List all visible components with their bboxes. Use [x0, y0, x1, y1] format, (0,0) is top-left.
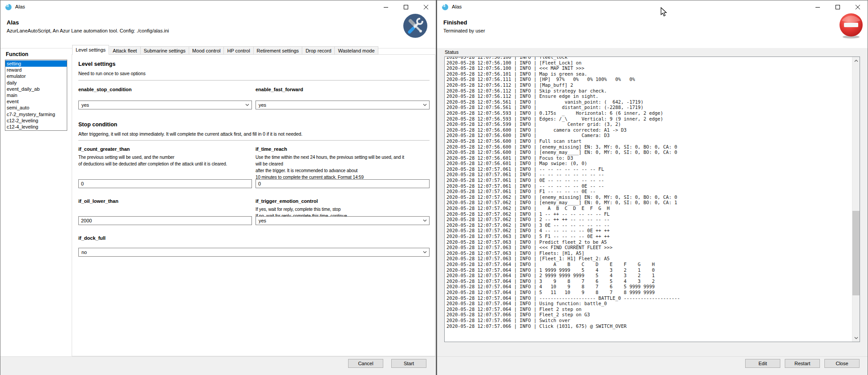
sidebar-item-c12-4_leveling[interactable]: c12-4_leveling [5, 124, 67, 130]
alas-logo-icon [442, 4, 449, 11]
status-log-box[interactable]: 2020-05-28 12:07:56.100 | INFO | fleet_l… [444, 56, 860, 342]
minimize-icon [815, 5, 820, 9]
tab-level-settings[interactable]: Level settings [72, 45, 109, 55]
tab-attack-fleet[interactable]: Attack fleet [110, 46, 140, 55]
tab-mood-control[interactable]: Mood control [189, 46, 224, 55]
label-enable-fast-forward: enable_fast_forward [256, 87, 303, 92]
tab-hp-control[interactable]: HP control [224, 46, 253, 55]
maximize-icon [836, 5, 840, 9]
chevron-down-icon [423, 251, 427, 254]
cancel-button[interactable]: Cancel [348, 359, 383, 368]
titlebar-right[interactable]: Alas [437, 0, 868, 14]
window-controls-left [376, 0, 436, 14]
minimize-button[interactable] [376, 0, 396, 13]
window-title: Alas [452, 4, 462, 9]
close-run-button[interactable]: Close [824, 359, 860, 368]
select-value: yes [81, 102, 89, 108]
tab-bar: Level settingsAttack fleetSubmarine sett… [72, 45, 378, 55]
sidebar-item-main[interactable]: main [5, 92, 67, 98]
sidebar-item-emulator[interactable]: emulator [5, 73, 67, 79]
restart-button[interactable]: Restart [785, 359, 820, 368]
scrollbar-thumb[interactable] [852, 211, 860, 295]
if-oil-lower-than-input[interactable] [78, 216, 252, 225]
tab-retirement-settings[interactable]: Retirement settings [254, 46, 303, 55]
enable-stop-condition-select[interactable]: yes [78, 101, 252, 109]
section-subtitle-stop-condition: After triggering, it will not stop immed… [78, 131, 426, 137]
label-enable-stop-condition: enable_stop_condition [78, 87, 132, 92]
section-title-level-settings: Level settings [78, 61, 115, 67]
sidebar-item-reward[interactable]: reward [5, 67, 67, 73]
maximize-icon [404, 5, 408, 9]
close-button[interactable] [848, 0, 868, 13]
maximize-button[interactable] [396, 0, 416, 13]
page-subtitle: AzurLaneAutoScript, An Azur Lane automat… [7, 28, 169, 33]
minimize-button[interactable] [807, 0, 827, 13]
chevron-down-icon [423, 219, 427, 222]
status-label: Status [445, 49, 458, 55]
scroll-up-button[interactable] [852, 57, 860, 65]
section-subtitle-level-settings: Need to run once to save options [78, 71, 146, 76]
if-trigger-emotion-control-select[interactable]: yes [256, 216, 430, 225]
window-controls-right [807, 0, 868, 14]
start-button[interactable]: Start [391, 359, 426, 368]
tab-wasteland-mode[interactable]: Wasteland mode [335, 46, 378, 55]
desc-if-time-reach: Use the time within the next 24 hours, t… [256, 154, 431, 181]
select-value: no [81, 250, 87, 255]
if-count-greater-than-input[interactable] [78, 179, 252, 188]
tab-submarine-settings[interactable]: Submarine settings [141, 46, 189, 55]
close-icon [856, 5, 860, 9]
log-scrollbar[interactable] [852, 57, 860, 342]
label-if-dock-full: if_dock_full [78, 235, 105, 241]
titlebar-left[interactable]: Alas [0, 0, 436, 14]
alas-run-window: Alas Finished Terminated by user Status … [437, 0, 868, 375]
chevron-up-icon [854, 60, 858, 62]
stop-sign-icon [838, 13, 864, 39]
divider [78, 80, 430, 81]
sidebar-item-semi_auto[interactable]: semi_auto [5, 105, 67, 111]
label-if-count-greater-than: if_count_greater_than [78, 146, 130, 152]
run-status-subtitle: Terminated by user [443, 28, 485, 33]
mouse-cursor [661, 7, 667, 19]
function-listbox[interactable]: settingrewardemulatordailyevent_daily_ab… [5, 60, 67, 131]
sidebar-item-event[interactable]: event [5, 98, 67, 105]
divider [78, 140, 430, 141]
label-if-oil-lower-than: if_oil_lower_than [78, 198, 118, 204]
label-if-time-reach: if_time_reach [256, 146, 287, 152]
sidebar-item-daily[interactable]: daily [5, 80, 67, 86]
sidebar-item-setting[interactable]: setting [5, 60, 67, 67]
status-log[interactable]: 2020-05-28 12:07:56.100 | INFO | fleet_l… [446, 56, 680, 329]
tab-drop-record[interactable]: Drop record [302, 46, 335, 55]
close-icon [424, 5, 428, 9]
alas-config-window: Alas Alas AzurLaneAutoScript, An Azur La… [0, 0, 436, 375]
window-title: Alas [15, 4, 25, 9]
section-title-stop-condition: Stop condition [78, 121, 117, 128]
minimize-icon [384, 5, 388, 9]
sidebar-item-event_daily_ab[interactable]: event_daily_ab [5, 86, 67, 92]
alas-logo-icon [5, 4, 12, 11]
level-settings-panel: Level settings Need to run once to save … [72, 54, 435, 356]
if-dock-full-select[interactable]: no [78, 248, 430, 257]
function-label: Function [6, 51, 28, 57]
select-value: yes [259, 102, 266, 108]
label-if-trigger-emotion-control: if_trigger_emotion_control [256, 198, 318, 204]
page-title: Alas [7, 19, 19, 26]
sidebar-item-c7-2_mystery_farming[interactable]: c7-2_mystery_farming [5, 111, 67, 117]
edit-button[interactable]: Edit [745, 359, 780, 368]
scroll-down-button[interactable] [852, 334, 860, 342]
if-time-reach-input[interactable] [256, 179, 430, 188]
enable-fast-forward-select[interactable]: yes [256, 101, 430, 109]
close-button[interactable] [416, 0, 436, 13]
maximize-button[interactable] [827, 0, 848, 13]
chevron-down-icon [245, 104, 249, 106]
status-panel: Status 2020-05-28 12:07:56.100 | INFO | … [437, 48, 868, 356]
run-status-title: Finished [443, 19, 467, 26]
desc-if-count-greater-than: The previous setting will be used, and t… [78, 154, 254, 167]
chevron-down-icon [423, 104, 427, 106]
select-value: yes [259, 218, 266, 223]
tools-icon [402, 13, 428, 39]
chevron-down-icon [854, 337, 858, 339]
sidebar-item-c12-2_leveling[interactable]: c12-2_leveling [5, 117, 67, 124]
